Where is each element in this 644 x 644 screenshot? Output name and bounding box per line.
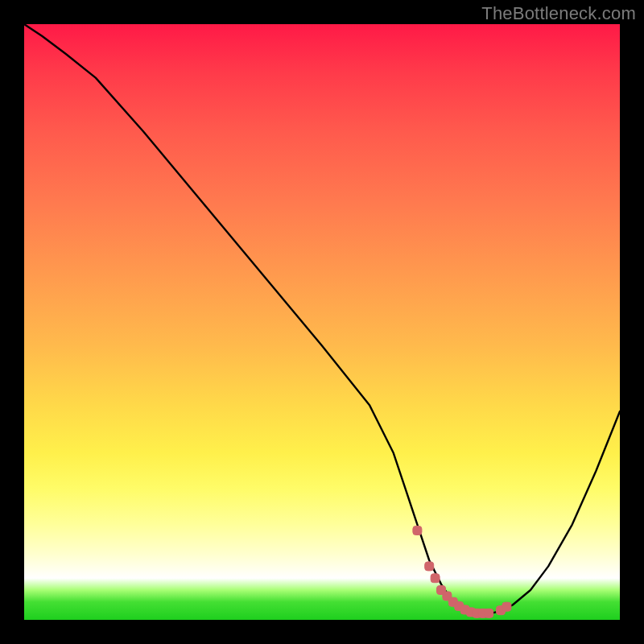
watermark-text: TheBottleneck.com [481, 3, 636, 24]
chart-frame: TheBottleneck.com [0, 0, 644, 644]
optimal-zone-markers [413, 526, 511, 618]
plot-area [24, 24, 620, 620]
optimal-zone-marker [502, 602, 511, 611]
optimal-zone-marker [425, 562, 434, 571]
optimal-zone-marker [485, 609, 493, 617]
optimal-zone-marker [413, 526, 422, 535]
bottleneck-curve-path [24, 24, 620, 614]
optimal-zone-marker [431, 574, 440, 583]
chart-svg [24, 24, 620, 620]
